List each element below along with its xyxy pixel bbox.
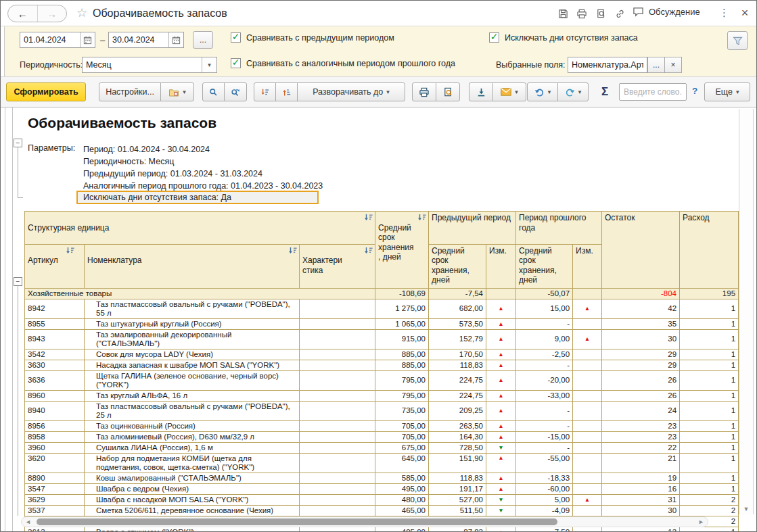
cell-characteristic[interactable] bbox=[300, 453, 375, 473]
cell-characteristic[interactable] bbox=[300, 505, 375, 516]
table-row[interactable]: 8955 Таз штукатурный круглый (Россия) 1 … bbox=[25, 318, 739, 329]
cell-avg-storage[interactable]: -108,69 bbox=[375, 288, 429, 299]
cell-prev-avg[interactable]: 87,83 bbox=[429, 527, 486, 532]
cell-prev-change[interactable]: ▼ bbox=[486, 505, 516, 516]
cell-year-change[interactable] bbox=[573, 420, 602, 431]
table-row[interactable]: 3537 Сметка 5206/611, деревянное основан… bbox=[25, 505, 739, 516]
group-name[interactable]: Хозяйственные товары bbox=[25, 288, 375, 299]
cell-avg-storage[interactable]: 705,00 bbox=[375, 431, 429, 442]
cell-prev-change[interactable]: ▼ bbox=[486, 494, 516, 505]
cell-prev-change[interactable]: ▲ bbox=[486, 390, 516, 401]
checkbox-exclude-days[interactable]: ✓ bbox=[489, 32, 499, 43]
cell-characteristic[interactable] bbox=[300, 390, 375, 401]
cell-year-avg[interactable]: -20,00 bbox=[516, 370, 573, 390]
table-row[interactable]: 8960 Таз круглый АЛЬФА, 16 л 795,00 224,… bbox=[25, 390, 739, 401]
undo-button[interactable]: ▾ bbox=[527, 82, 558, 101]
cell-prev-avg[interactable]: -7,54 bbox=[429, 288, 486, 299]
cell-prev-change[interactable]: ▼ bbox=[486, 442, 516, 453]
cell-prev-change[interactable]: ▲ bbox=[486, 318, 516, 329]
table-row[interactable]: 3630 Насадка запасная к швабре МОП SALSA… bbox=[25, 360, 739, 370]
cell-prev-change[interactable]: ▲ bbox=[486, 370, 516, 390]
cell-characteristic[interactable] bbox=[300, 442, 375, 453]
cell-nomenclature[interactable]: Набор для подметания КОМБИ (щетка для по… bbox=[85, 453, 300, 473]
generate-button[interactable]: Сформировать bbox=[6, 82, 86, 101]
selected-fields-more-button[interactable]: ... bbox=[647, 57, 665, 73]
cell-characteristic[interactable] bbox=[300, 527, 375, 532]
print-preview-icon[interactable] bbox=[595, 8, 607, 19]
cell-characteristic[interactable] bbox=[300, 494, 375, 505]
header-nomenclature[interactable]: Номенклатура bbox=[85, 244, 300, 288]
cell-avg-storage[interactable]: 645,00 bbox=[375, 453, 429, 473]
header-prev-year[interactable]: Период прошлого года bbox=[516, 212, 602, 245]
param-line-selected[interactable]: Исключать дни отсутствия запаса: Да bbox=[76, 191, 319, 204]
close-icon[interactable]: × bbox=[739, 6, 750, 20]
cell-balance[interactable]: 42 bbox=[602, 299, 680, 318]
redo-button[interactable]: ▾ bbox=[557, 82, 589, 101]
checkbox-exclude-days-label[interactable]: Исключать дни отсутствия запаса bbox=[505, 33, 638, 43]
cell-article[interactable]: 8956 bbox=[25, 420, 85, 431]
cell-balance[interactable]: 22 bbox=[602, 442, 680, 453]
cell-year-avg[interactable]: - bbox=[516, 420, 573, 431]
selected-fields-field[interactable] bbox=[568, 57, 647, 73]
sort-icon[interactable] bbox=[288, 247, 297, 255]
cell-article[interactable]: 3537 bbox=[25, 505, 85, 516]
sort-icon[interactable] bbox=[417, 214, 426, 222]
cell-expense[interactable]: 1 bbox=[680, 318, 739, 329]
table-row[interactable]: 8956 Таз оцинкованный (Россия) 705,00 26… bbox=[25, 420, 739, 431]
cell-year-avg[interactable]: -4,09 bbox=[516, 505, 573, 516]
cell-prev-change[interactable]: ▲ bbox=[486, 473, 516, 483]
cell-year-change[interactable] bbox=[573, 453, 602, 473]
cell-avg-storage[interactable]: 585,00 bbox=[375, 473, 429, 483]
cell-year-change[interactable] bbox=[573, 288, 602, 299]
periodicity-dropdown[interactable]: ▾ bbox=[82, 57, 217, 73]
link-icon[interactable] bbox=[614, 8, 626, 19]
checkbox-compare-previous[interactable]: ✓ bbox=[231, 32, 241, 43]
cell-characteristic[interactable] bbox=[300, 420, 375, 431]
cell-balance[interactable]: -804 bbox=[602, 288, 680, 299]
param-line[interactable]: Периодичность: Месяц bbox=[83, 155, 323, 168]
cell-prev-change[interactable]: ▲ bbox=[486, 453, 516, 473]
cell-article[interactable]: 8940 bbox=[25, 401, 85, 420]
collapse-params-box[interactable]: − bbox=[14, 139, 22, 147]
back-button[interactable]: ← bbox=[8, 5, 37, 22]
date-from-calendar-icon[interactable] bbox=[80, 32, 95, 47]
cell-year-change[interactable] bbox=[573, 527, 602, 532]
header-year-change[interactable]: Изм. bbox=[573, 244, 602, 288]
cell-nomenclature[interactable]: Таз эмалированный декорированный ("СТАЛЬ… bbox=[85, 329, 300, 349]
help-button[interactable]: ? bbox=[692, 86, 697, 96]
cell-expense[interactable]: 195 bbox=[680, 288, 739, 299]
cell-prev-change[interactable] bbox=[486, 288, 516, 299]
cell-year-avg[interactable]: - bbox=[516, 401, 573, 420]
cell-balance[interactable]: 21 bbox=[602, 453, 680, 473]
cell-nomenclature[interactable]: Таз круглый АЛЬФА, 16 л bbox=[85, 390, 300, 401]
table-row[interactable]: 8943 Таз эмалированный декорированный ("… bbox=[25, 329, 739, 349]
scroll-down-icon[interactable]: ▼ bbox=[739, 506, 753, 512]
cell-characteristic[interactable] bbox=[300, 360, 375, 370]
cell-year-change[interactable] bbox=[573, 360, 602, 370]
cell-characteristic[interactable] bbox=[300, 349, 375, 360]
cell-nomenclature[interactable]: Щетка ГАЛИНА (зеленое основание, черный … bbox=[85, 370, 300, 390]
date-from-field[interactable] bbox=[20, 32, 95, 48]
cell-balance[interactable]: 13 bbox=[602, 527, 680, 532]
cell-year-change[interactable] bbox=[573, 370, 602, 390]
cell-characteristic[interactable] bbox=[300, 401, 375, 420]
cell-expense[interactable]: 1 bbox=[680, 420, 739, 431]
cell-nomenclature[interactable]: Совок для мусора LADY (Чехия) bbox=[85, 349, 300, 360]
sum-button[interactable]: Σ bbox=[601, 85, 608, 99]
cell-expense[interactable]: 2 bbox=[680, 505, 739, 516]
cell-prev-change[interactable]: ▲ bbox=[486, 431, 516, 442]
cell-year-change[interactable]: ▲ bbox=[573, 299, 602, 318]
table-row[interactable]: 8942 Таз пластмассовый овальный с ручкам… bbox=[25, 299, 739, 318]
cell-balance[interactable]: 26 bbox=[602, 370, 680, 390]
cell-prev-avg[interactable]: 224,75 bbox=[429, 390, 486, 401]
cell-expense[interactable]: 1 bbox=[680, 299, 739, 318]
cell-avg-storage[interactable]: 675,00 bbox=[375, 442, 429, 453]
cell-expense[interactable]: 1 bbox=[680, 453, 739, 473]
cell-prev-avg[interactable]: 511,50 bbox=[429, 505, 486, 516]
cell-year-change[interactable] bbox=[573, 473, 602, 483]
print-icon[interactable] bbox=[576, 8, 588, 19]
cell-article[interactable]: 3620 bbox=[25, 453, 85, 473]
cell-balance[interactable]: 30 bbox=[602, 329, 680, 349]
table-row[interactable]: 3636 Щетка ГАЛИНА (зеленое основание, че… bbox=[25, 370, 739, 390]
table-row[interactable]: 8940 Таз пластмассовый овальный с ручкам… bbox=[25, 401, 739, 420]
